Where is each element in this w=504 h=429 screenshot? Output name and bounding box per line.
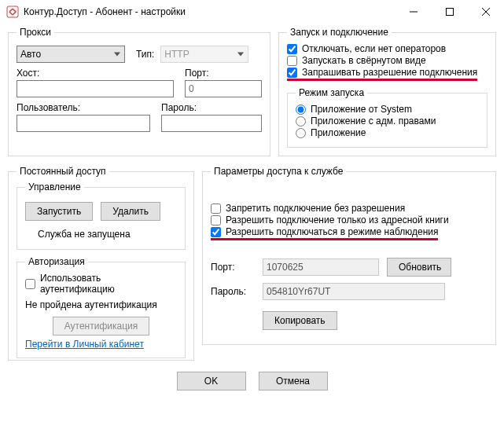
- startup-legend: Запуск и подключение: [287, 27, 392, 38]
- auth-status: Не пройдена аутентификация: [25, 299, 177, 310]
- chk-only-book-input[interactable]: [211, 215, 221, 226]
- chk-start-minimized-input[interactable]: [287, 56, 297, 66]
- proxy-user-input: [17, 115, 150, 132]
- startup-mode-legend: Режим запуска: [296, 87, 367, 98]
- chk-only-book-label: Разрешить подключение только из адресной…: [226, 214, 449, 226]
- cabinet-link[interactable]: Перейти в Личный кабинет: [25, 339, 144, 350]
- startup-group: Запуск и подключение Отключать, если нет…: [278, 27, 496, 156]
- proxy-type-label: Тип:: [136, 49, 154, 60]
- radio-mode-system-label: Приложение от System: [311, 104, 412, 115]
- cancel-button[interactable]: Отмена: [259, 372, 328, 390]
- startup-mode-group: Режим запуска Приложение от System Прило…: [287, 87, 487, 148]
- chk-disconnect-no-ops-input[interactable]: [287, 44, 297, 54]
- refresh-button[interactable]: Обновить: [387, 258, 451, 277]
- chk-only-book[interactable]: Разрешить подключение только из адресной…: [211, 214, 487, 226]
- auth-button: Аутентификация: [53, 317, 150, 336]
- service-params-group: Параметры доступа к службе Запретить под…: [202, 166, 496, 345]
- radio-mode-admin-input[interactable]: [296, 116, 306, 126]
- permanent-access-legend: Постоянный доступ: [17, 166, 109, 177]
- proxy-user-label: Пользователь:: [17, 102, 150, 113]
- auth-group: Авторизация Использовать аутентификацию …: [17, 256, 186, 358]
- svc-pass-input: [263, 283, 445, 300]
- titlebar: Контур.Доступ - Абонент - настройки: [0, 0, 504, 24]
- proxy-port-label: Порт:: [185, 68, 262, 79]
- window-title: Контур.Доступ - Абонент - настройки: [24, 6, 395, 17]
- chk-disconnect-no-ops[interactable]: Отключать, если нет операторов: [287, 43, 487, 54]
- proxy-mode-select[interactable]: Авто: [17, 46, 125, 63]
- proxy-group: Прокси Авто Тип: HTTP Хост: Порт: Пользо…: [8, 27, 270, 156]
- chk-deny-noperm-input[interactable]: [211, 204, 221, 214]
- radio-mode-app[interactable]: Приложение: [296, 127, 479, 138]
- proxy-host-input: [17, 80, 174, 97]
- svg-rect-2: [447, 9, 454, 16]
- chk-disconnect-no-ops-label: Отключать, если нет операторов: [302, 43, 446, 54]
- chk-allow-observe-label: Разрешить подключаться в режиме наблюден…: [226, 226, 438, 237]
- chk-allow-observe-underline: Разрешить подключаться в режиме наблюден…: [211, 226, 438, 240]
- proxy-port-input: [185, 80, 262, 97]
- svc-pass-label: Пароль:: [211, 286, 255, 297]
- chk-deny-noperm-label: Запретить подключение без разрешения: [226, 203, 405, 214]
- service-params-legend: Параметры доступа к службе: [211, 166, 346, 177]
- chk-ask-permission[interactable]: Запрашивать разрешение подключения: [287, 67, 477, 78]
- auth-legend: Авторизация: [25, 256, 88, 267]
- radio-mode-app-input[interactable]: [296, 128, 306, 138]
- maximize-button[interactable]: [432, 0, 468, 24]
- permanent-access-group: Постоянный доступ Управление Запустить У…: [8, 166, 194, 361]
- chk-allow-observe[interactable]: Разрешить подключаться в режиме наблюден…: [211, 226, 438, 237]
- radio-mode-admin[interactable]: Приложение с адм. правами: [296, 116, 479, 126]
- start-service-button[interactable]: Запустить: [25, 202, 93, 221]
- copy-button[interactable]: Копировать: [263, 311, 337, 330]
- app-icon: [6, 6, 19, 18]
- chk-deny-noperm[interactable]: Запретить подключение без разрешения: [211, 203, 487, 214]
- chk-start-minimized[interactable]: Запускать в свёрнутом виде: [287, 55, 487, 66]
- radio-mode-system-input[interactable]: [296, 104, 306, 115]
- chk-use-auth-label: Использовать аутентификацию: [40, 273, 177, 295]
- chk-start-minimized-label: Запускать в свёрнутом виде: [302, 55, 426, 66]
- proxy-pass-input: [161, 115, 262, 132]
- chk-ask-permission-input[interactable]: [287, 68, 297, 78]
- chk-allow-observe-input[interactable]: [211, 227, 221, 237]
- chk-ask-permission-label: Запрашивать разрешение подключения: [302, 67, 477, 78]
- radio-mode-app-label: Приложение: [311, 127, 366, 138]
- svc-port-input: [263, 258, 379, 276]
- manage-legend: Управление: [25, 182, 84, 192]
- chk-use-auth[interactable]: Использовать аутентификацию: [25, 273, 177, 295]
- radio-mode-system[interactable]: Приложение от System: [296, 104, 479, 115]
- proxy-type-select: HTTP: [160, 46, 248, 63]
- proxy-pass-label: Пароль:: [161, 102, 262, 113]
- service-status: Служба не запущена: [38, 229, 177, 240]
- minimize-button[interactable]: [395, 0, 432, 24]
- chk-ask-permission-underline: Запрашивать разрешение подключения: [287, 67, 477, 81]
- proxy-host-label: Хост:: [17, 68, 174, 79]
- manage-group: Управление Запустить Удалить Служба не з…: [17, 182, 186, 250]
- radio-mode-admin-label: Приложение с адм. правами: [311, 116, 436, 126]
- chk-use-auth-input[interactable]: [25, 279, 35, 289]
- ok-button[interactable]: OK: [177, 372, 246, 390]
- svc-port-label: Порт:: [211, 262, 255, 273]
- close-button[interactable]: [468, 0, 504, 24]
- proxy-legend: Прокси: [17, 27, 54, 38]
- delete-service-button[interactable]: Удалить: [101, 202, 160, 221]
